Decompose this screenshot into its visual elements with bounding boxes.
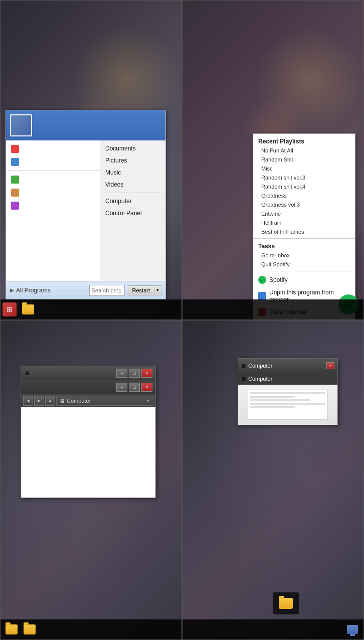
start-item-computer[interactable]: Computer	[100, 195, 165, 207]
preview-line-3	[250, 399, 310, 401]
address-bar[interactable]: 🖥 Computer ▼	[56, 396, 153, 406]
start-item-recent-5[interactable]	[6, 199, 100, 212]
forward-button[interactable]: ►	[34, 396, 44, 406]
folder-icon-2	[6, 624, 18, 634]
start-menu-header	[6, 110, 165, 140]
app-icon-5	[11, 202, 19, 210]
start-item-videos[interactable]: Videos	[100, 179, 165, 191]
file-explorer-content	[21, 407, 155, 498]
preview-line-5	[250, 406, 295, 408]
preview-line-1	[250, 392, 325, 394]
computer-title-text: Computer	[248, 363, 272, 369]
preview-line-4	[250, 403, 325, 405]
spotify-sep-1	[253, 238, 355, 239]
playlist-item-1[interactable]: No Fun At All	[253, 146, 355, 155]
folder-tab	[279, 596, 284, 598]
window-controls-row1: − □ ×	[116, 369, 152, 378]
taskbar-bl	[1, 619, 181, 639]
start-item-music[interactable]: Music	[100, 167, 165, 179]
start-menu-right-panel: Documents Pictures Music Videos Computer	[100, 140, 165, 281]
close-btn-1[interactable]: ×	[141, 369, 152, 378]
restart-arrow[interactable]: ▼	[154, 285, 161, 295]
start-item-pictures[interactable]: Pictures	[100, 154, 165, 167]
taskbar-sep-1	[18, 303, 18, 315]
up-button[interactable]: ▲	[45, 396, 55, 406]
all-programs[interactable]: ▶ All Programs	[10, 287, 51, 294]
spotify-context-menu: Recent Playlists No Fun At All Random Sh…	[253, 133, 355, 320]
recent-playlists-header: Recent Playlists	[253, 136, 355, 146]
title-area: 🖥	[24, 370, 30, 377]
monitor-icon	[347, 625, 358, 634]
app-icon-3	[11, 176, 19, 184]
start-item-recent-1[interactable]	[6, 142, 100, 155]
computer-titlebar-icon: 🖥	[241, 363, 246, 369]
minimize-btn-2[interactable]: −	[116, 383, 127, 392]
folder-preview-icon	[279, 598, 293, 609]
computer-title-area: 🖥 Computer	[241, 363, 272, 369]
computer-window: 🖥 Computer × 🖥 Computer	[238, 358, 338, 425]
folder-taskbar-preview	[273, 592, 299, 614]
playlist-item-9[interactable]: Helltrain	[253, 218, 355, 227]
address-down-arrow: ▼	[146, 399, 150, 403]
taskbar-folder-3[interactable]	[21, 620, 39, 638]
second-toolbar-row: − □ ×	[21, 380, 155, 394]
folder-icon-3	[24, 624, 36, 634]
playlist-item-2[interactable]: Random Shit	[253, 155, 355, 164]
playlist-item-6[interactable]: Greatness	[253, 191, 355, 200]
playlist-item-8[interactable]: Entwine	[253, 209, 355, 218]
start-button[interactable]: ⊞	[3, 302, 17, 316]
computer-nav-icon: 🖥	[241, 376, 246, 382]
app-icon-2	[11, 158, 19, 166]
quadrant-bottom-right: 🖥 Computer × 🖥 Computer	[182, 320, 364, 640]
start-menu-left-panel	[6, 140, 100, 281]
playlist-item-10[interactable]: Best of In Flames	[253, 227, 355, 236]
separator-right	[100, 193, 165, 193]
address-text: Computer	[67, 398, 91, 404]
task-quit[interactable]: Quit Spotify	[253, 260, 355, 269]
separator	[6, 171, 100, 171]
file-explorer-window: 🖥 − □ × − □ × ◄ ► ▲	[21, 366, 156, 498]
start-item-control-panel[interactable]: Control Panel	[100, 207, 165, 219]
computer-close-btn[interactable]: ×	[326, 362, 334, 369]
playlist-item-3[interactable]: Misc	[253, 164, 355, 173]
restart-control: Restart ▼	[128, 285, 161, 295]
computer-preview-content	[248, 390, 328, 420]
computer-nav-area: 🖥 Computer	[241, 376, 272, 382]
folder-icon	[22, 304, 34, 314]
start-item-recent-3[interactable]	[6, 173, 100, 186]
playlist-item-4[interactable]: Random shit vol.3	[253, 173, 355, 182]
close-btn-2[interactable]: ×	[141, 383, 152, 392]
start-menu: Documents Pictures Music Videos Computer	[6, 110, 166, 299]
taskbar-computer-icon[interactable]	[343, 620, 361, 638]
start-item-recent-2[interactable]	[6, 155, 100, 169]
search-input[interactable]	[89, 285, 125, 296]
taskbar-br	[183, 619, 363, 639]
computer-nav-bar: 🖥 Computer	[238, 373, 337, 385]
footer-divider	[56, 290, 86, 290]
minimize-btn-1[interactable]: −	[116, 369, 127, 378]
user-avatar	[10, 114, 32, 136]
taskbar-folder-2[interactable]	[3, 620, 21, 638]
spotify-open-action[interactable]: ♫ Spotify	[253, 273, 355, 286]
playlist-item-7[interactable]: Greatness vol.3	[253, 200, 355, 209]
address-icon: 🖥	[60, 398, 65, 404]
playlist-item-5[interactable]: Random shit vol.4	[253, 182, 355, 191]
spotify-sep-2	[253, 271, 355, 271]
restart-button[interactable]: Restart	[128, 285, 154, 295]
task-inbox[interactable]: Go to Inbox	[253, 251, 355, 260]
tasks-header: Tasks	[253, 241, 355, 251]
window-controls-row2: − □ ×	[116, 383, 152, 392]
taskbar-tr	[183, 299, 363, 319]
computer-nav-text: Computer	[248, 376, 272, 382]
start-item-documents[interactable]: Documents	[100, 142, 165, 154]
quadrant-top-right: Recent Playlists No Fun At All Random Sh…	[182, 0, 364, 320]
start-menu-body: Documents Pictures Music Videos Computer	[6, 140, 165, 281]
maximize-btn-1[interactable]: □	[129, 369, 140, 378]
start-item-recent-4[interactable]	[6, 186, 100, 199]
taskbar-folder-1[interactable]	[19, 300, 37, 318]
address-toolbar: ◄ ► ▲ 🖥 Computer ▼	[21, 394, 155, 407]
window-titlebar: 🖥 − □ ×	[21, 366, 155, 380]
back-button[interactable]: ◄	[23, 396, 33, 406]
start-menu-footer: ▶ All Programs Restart ▼	[6, 281, 165, 299]
maximize-btn-2[interactable]: □	[129, 383, 140, 392]
